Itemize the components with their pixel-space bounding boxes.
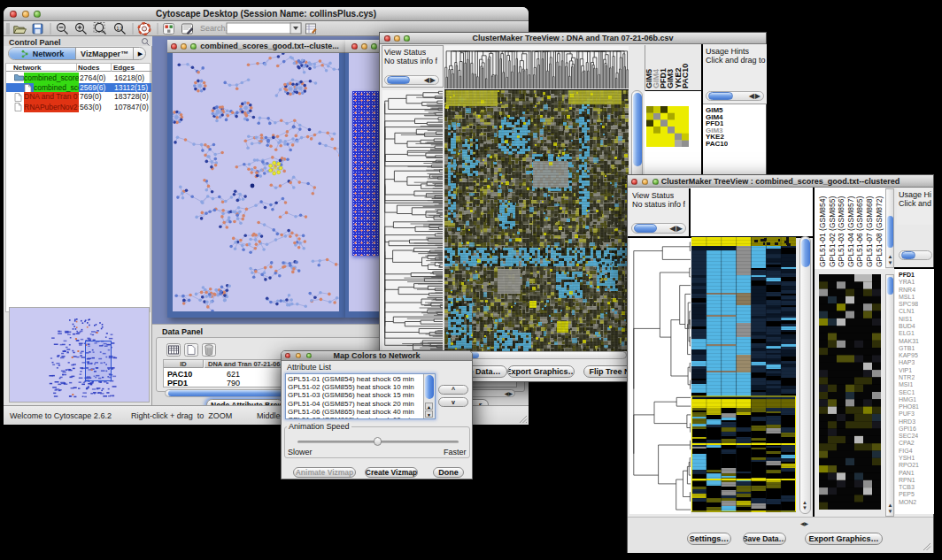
svg-text:GPL51-02 (GSM855): GPL51-02 (GSM855): [828, 196, 837, 267]
svg-text:GPL51-04 (GSM857): GPL51-04 (GSM857): [846, 196, 855, 267]
svg-text:GPL51-01 (GSM854): GPL51-01 (GSM854): [818, 196, 827, 267]
svg-text:GPL51-07 (GSM868): GPL51-07 (GSM868): [865, 196, 874, 267]
svg-text:1:1: 1:1: [117, 26, 123, 31]
svg-text:GPL51-06 (GSM865): GPL51-06 (GSM865): [855, 196, 864, 267]
svg-text:GPL51-08 (GSM872): GPL51-08 (GSM872): [875, 196, 884, 267]
svg-text:Search:: Search:: [200, 24, 228, 33]
svg-text:GPL51-03 (GSM856): GPL51-03 (GSM856): [837, 196, 845, 267]
svg-text:PAC10: PAC10: [681, 64, 690, 88]
